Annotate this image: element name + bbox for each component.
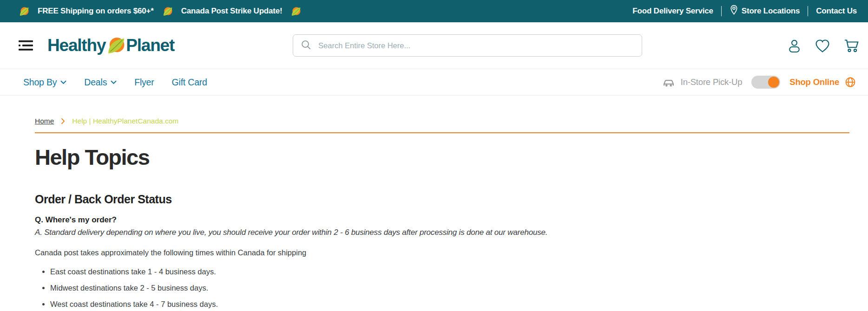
shipping-intro: Canada post takes approximately the foll… bbox=[35, 248, 868, 257]
logo-text-healthy: Healthy bbox=[47, 36, 105, 55]
food-delivery-link[interactable]: Food Delivery Service bbox=[632, 6, 713, 16]
faq-answer: A. Standard delivery depending on where … bbox=[35, 228, 868, 237]
top-promo-bar: FREE Shipping on orders $60+* Canada Pos… bbox=[0, 0, 868, 22]
breadcrumb-home-link[interactable]: Home bbox=[35, 117, 54, 125]
divider bbox=[721, 6, 722, 16]
list-item: Midwest destinations take 2 - 5 business… bbox=[50, 284, 868, 292]
leaf-icon bbox=[19, 6, 29, 17]
nav-label: Shop By bbox=[23, 77, 57, 88]
site-header: Healthy Planet bbox=[0, 22, 868, 69]
shop-mode-toggle[interactable] bbox=[751, 76, 780, 89]
car-icon bbox=[662, 78, 675, 87]
logo-leaf-icon bbox=[105, 36, 126, 55]
store-locations-link[interactable]: Store Locations bbox=[730, 5, 800, 18]
search-icon bbox=[301, 39, 311, 52]
breadcrumb: Home Help | HealthyPlanetCanada.com bbox=[0, 96, 868, 132]
logo[interactable]: Healthy Planet bbox=[47, 36, 174, 55]
nav-item-flyer[interactable]: Flyer bbox=[134, 77, 154, 88]
fulfillment-toggle-group: In-Store Pick-Up Shop Online bbox=[662, 76, 856, 89]
cart-icon[interactable] bbox=[843, 38, 860, 53]
divider bbox=[808, 6, 808, 16]
contact-us-link[interactable]: Contact Us bbox=[816, 6, 857, 16]
logo-text-planet: Planet bbox=[126, 36, 174, 55]
search-box[interactable] bbox=[293, 34, 642, 57]
leaf-icon bbox=[162, 6, 173, 17]
list-item: East coast destinations take 1 - 4 busin… bbox=[50, 267, 868, 276]
page-title: Help Topics bbox=[35, 145, 868, 169]
list-item: West coast destinations take 4 - 7 busin… bbox=[50, 300, 868, 309]
toggle-knob bbox=[768, 77, 779, 88]
location-pin-icon bbox=[730, 5, 738, 18]
main-nav: Shop By Deals Flyer Gift Card In-Store P… bbox=[0, 69, 868, 96]
shop-online-label[interactable]: Shop Online bbox=[789, 77, 839, 87]
globe-icon bbox=[845, 77, 856, 88]
breadcrumb-current: Help | HealthyPlanetCanada.com bbox=[72, 117, 178, 125]
top-utility-links: Food Delivery Service Store Locations Co… bbox=[632, 5, 857, 18]
promo-group: FREE Shipping on orders $60+* Canada Pos… bbox=[19, 6, 301, 17]
chevron-down-icon bbox=[111, 80, 117, 84]
faq-question: Q. Where's my order? bbox=[35, 215, 868, 225]
wishlist-heart-icon[interactable] bbox=[815, 39, 830, 53]
nav-label: Gift Card bbox=[172, 77, 207, 88]
nav-label: Flyer bbox=[134, 77, 154, 88]
nav-item-gift-card[interactable]: Gift Card bbox=[172, 77, 207, 88]
page-content: Home Help | HealthyPlanetCanada.com Help… bbox=[0, 96, 868, 309]
account-icon[interactable] bbox=[787, 38, 802, 53]
leaf-icon bbox=[290, 6, 301, 17]
header-action-icons bbox=[787, 38, 860, 53]
in-store-pickup-label[interactable]: In-Store Pick-Up bbox=[681, 77, 743, 87]
nav-item-shop-by[interactable]: Shop By bbox=[23, 77, 66, 88]
chevron-right-icon bbox=[61, 118, 65, 124]
section-title: Order / Back Order Status bbox=[35, 193, 868, 206]
search-input[interactable] bbox=[317, 41, 634, 51]
promo-free-shipping[interactable]: FREE Shipping on orders $60+* bbox=[38, 6, 154, 16]
nav-links: Shop By Deals Flyer Gift Card bbox=[23, 77, 207, 88]
hamburger-menu-icon[interactable] bbox=[19, 40, 33, 51]
nav-item-deals[interactable]: Deals bbox=[84, 77, 117, 88]
nav-label: Deals bbox=[84, 77, 107, 88]
shipping-times-list: East coast destinations take 1 - 4 busin… bbox=[41, 267, 868, 309]
search-container bbox=[293, 34, 642, 57]
promo-canada-post[interactable]: Canada Post Strike Update! bbox=[181, 6, 283, 16]
chevron-down-icon bbox=[60, 80, 66, 84]
store-locations-label: Store Locations bbox=[742, 6, 800, 16]
orange-divider bbox=[35, 132, 849, 133]
